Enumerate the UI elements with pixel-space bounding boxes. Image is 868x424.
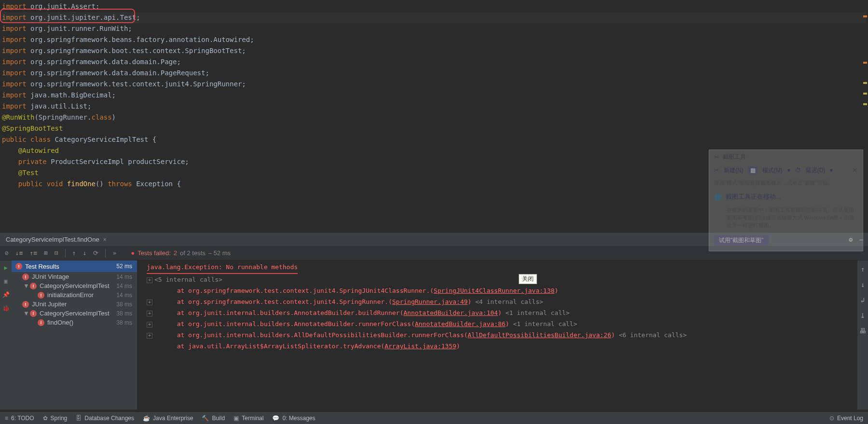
scroll-down-icon[interactable]: ↓ — [861, 281, 865, 288]
code-editor[interactable]: import org.junit.Assert;import org.junit… — [0, 0, 868, 217]
error-icon: ! — [15, 263, 22, 270]
event-log-button[interactable]: ⊙ Event Log — [829, 415, 863, 422]
up-icon[interactable]: ↑ — [72, 249, 76, 257]
test-result-row[interactable]: ▼!CategoryServiceImplTest14 ms — [12, 281, 137, 290]
scroll-end-icon[interactable]: ⤓ — [860, 312, 866, 319]
editor-gutter — [861, 0, 868, 217]
error-icon: ● — [131, 249, 135, 257]
divider — [105, 249, 106, 258]
statusbar-item[interactable]: 💬0: Messages — [272, 415, 315, 422]
down-icon[interactable]: ↓ — [83, 249, 87, 257]
tooltip: 关闭 — [519, 274, 537, 284]
debug-icon[interactable]: 🐞 — [2, 305, 10, 312]
run-tab[interactable]: CategoryServiceImplTest.findOne × — [0, 233, 112, 246]
statusbar-item[interactable]: 🔨Build — [202, 415, 225, 422]
test-result-row[interactable]: !findOne()38 ms — [12, 318, 137, 327]
test-result-row[interactable]: !JUnit Jupiter38 ms — [12, 300, 137, 309]
statusbar-item[interactable]: 🗄Database Changes — [76, 415, 134, 422]
test-result-row[interactable]: ▼!CategoryServiceImplTest38 ms — [12, 309, 137, 318]
sort-up-icon[interactable]: ↑≡ — [29, 249, 37, 257]
scroll-up-icon[interactable]: ↑ — [861, 265, 865, 273]
minimize-icon[interactable]: — — [859, 236, 863, 243]
test-toolbar: ⊘ ↓≡ ↑≡ ⊞ ⊟ ↑ ↓ ⟳ » ● Tests failed: 2 of… — [0, 246, 868, 260]
divider — [65, 249, 66, 258]
test-result-row[interactable]: !initializationError14 ms — [12, 290, 137, 300]
statusbar-item[interactable]: ▣Terminal — [234, 415, 263, 422]
test-results-tree[interactable]: !Test Results 52 ms !JUnit Vintage14 ms▼… — [12, 260, 137, 410]
results-header[interactable]: !Test Results 52 ms — [12, 260, 137, 272]
rerun-icon[interactable]: ⟳ — [93, 249, 98, 257]
soft-wrap-icon[interactable]: ↲ — [861, 296, 865, 304]
hide-passed-icon[interactable]: ⊘ — [5, 249, 9, 257]
pin-icon[interactable]: 📌 — [2, 291, 10, 298]
run-tab-bar: CategoryServiceImplTest.findOne × ⚙ — — [0, 233, 868, 246]
sort-down-icon[interactable]: ↓≡ — [15, 249, 23, 257]
expand-all-icon[interactable]: ⊞ — [44, 249, 48, 257]
console-right-toolbar: ↑ ↓ ↲ ⤓ 🖶 — [857, 260, 868, 410]
rerun-icon[interactable]: ▶ — [4, 264, 7, 271]
test-result-row[interactable]: !JUnit Vintage14 ms — [12, 272, 137, 281]
close-icon[interactable]: × — [103, 236, 107, 243]
more-icon[interactable]: » — [112, 249, 116, 257]
tab-label: CategoryServiceImplTest.findOne — [6, 236, 99, 243]
print-icon[interactable]: 🖶 — [859, 327, 866, 335]
status-bar: ≡6: TODO✿Spring🗄Database Changes☕Java En… — [0, 411, 868, 424]
statusbar-item[interactable]: ☕Java Enterprise — [143, 415, 193, 422]
statusbar-item[interactable]: ✿Spring — [43, 415, 68, 422]
console-output[interactable]: java.lang.Exception: No runnable methods… — [137, 260, 857, 410]
statusbar-item[interactable]: ≡6: TODO — [5, 415, 34, 422]
test-status: ● Tests failed: 2 of 2 tests – 52 ms — [131, 249, 231, 257]
collapse-all-icon[interactable]: ⊟ — [55, 249, 58, 257]
settings-icon[interactable]: ⚙ — [849, 236, 853, 243]
stop-icon[interactable]: ▣ — [4, 278, 7, 285]
event-log-icon: ⊙ — [829, 415, 834, 422]
run-left-toolbar: ▶ ▣ 📌 🐞 — [0, 260, 12, 410]
